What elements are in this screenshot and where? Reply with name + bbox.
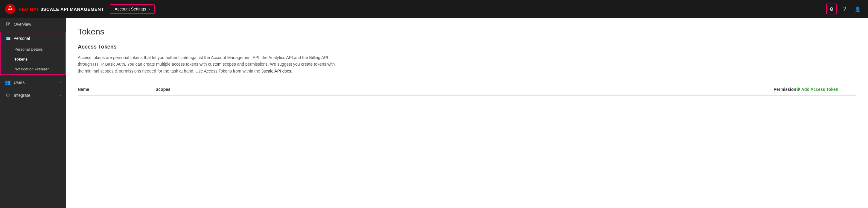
main-content: Tokens Access Tokens Access tokens are p… [66,18,868,208]
help-icon: ? [843,6,846,12]
col-permission-header: Permission [742,87,796,92]
user-icon: 👤 [855,6,861,12]
plus-icon: ⊕ [796,86,800,92]
add-access-token-button[interactable]: ⊕ Add Access Token [796,86,838,92]
sidebar-item-personal-details[interactable]: Personal Details [1,44,65,54]
sidebar-users-label: Users [14,80,25,85]
sidebar-item-notification-preferences[interactable]: Notification Preferen... [1,64,65,74]
col-name-header: Name [78,87,156,92]
personal-icon: 🪪 [5,36,10,41]
integrate-arrow-icon: › [60,94,61,97]
gear-icon: ⚙ [829,6,834,12]
access-tokens-description: Access tokens are personal tokens that l… [78,54,335,74]
description-text-before-link: Access tokens are personal tokens that l… [78,55,335,73]
users-icon: 👥 [5,79,11,85]
topnav-left: RED HAT 3SCALE API MANAGEMENT Account Se… [5,4,155,15]
access-tokens-section-title: Access Tokens [78,44,856,50]
col-action-header: ⊕ Add Access Token [796,86,856,92]
api-docs-link[interactable]: 3scale API docs [261,69,291,73]
redhat-logo-icon [5,4,16,15]
tokens-label: Tokens [14,57,28,61]
sidebar-item-users[interactable]: 👥 Users › [0,76,66,89]
sidebar-item-overview-label: Overview [14,22,31,27]
sidebar-item-tokens[interactable]: Tokens [1,54,65,64]
sidebar-item-integrate[interactable]: ⚙ Integrate › [0,89,66,102]
chevron-down-icon: ▾ [148,7,150,11]
logo-text: RED HAT 3SCALE API MANAGEMENT [19,7,104,12]
col-scopes-header: Scopes [156,87,742,92]
add-token-label: Add Access Token [801,87,838,92]
integrate-icon: ⚙ [5,92,11,98]
sidebar-integrate-label: Integrate [14,93,30,98]
svg-point-0 [5,4,15,14]
sidebar: 🗺 Overview 🪪 Personal Personal Details T… [0,18,66,208]
sidebar-section-personal: 🪪 Personal Personal Details Tokens Notif… [0,32,66,75]
overview-icon: 🗺 [5,22,11,27]
main-layout: 🗺 Overview 🪪 Personal Personal Details T… [0,18,868,208]
gear-settings-button[interactable]: ⚙ [826,4,837,15]
account-settings-label: Account Settings [115,7,146,11]
page-title: Tokens [78,27,856,36]
account-settings-button[interactable]: Account Settings ▾ [110,4,155,14]
logo-area: RED HAT 3SCALE API MANAGEMENT [5,4,104,15]
description-text-end: . [291,69,292,73]
table-header: Name Scopes Permission ⊕ Add Access Toke… [78,83,856,96]
sidebar-personal-label: Personal [13,36,30,41]
top-navigation: RED HAT 3SCALE API MANAGEMENT Account Se… [0,0,868,18]
notification-label: Notification Preferen... [14,67,53,71]
sidebar-item-overview[interactable]: 🗺 Overview [0,18,66,31]
users-arrow-icon: › [60,81,61,84]
sidebar-item-personal[interactable]: 🪪 Personal [1,32,65,44]
topnav-right: ⚙ ? 👤 [826,4,863,15]
svg-point-1 [9,6,11,7]
user-button[interactable]: 👤 [852,4,863,15]
personal-details-label: Personal Details [14,47,43,52]
help-button[interactable]: ? [839,4,850,15]
